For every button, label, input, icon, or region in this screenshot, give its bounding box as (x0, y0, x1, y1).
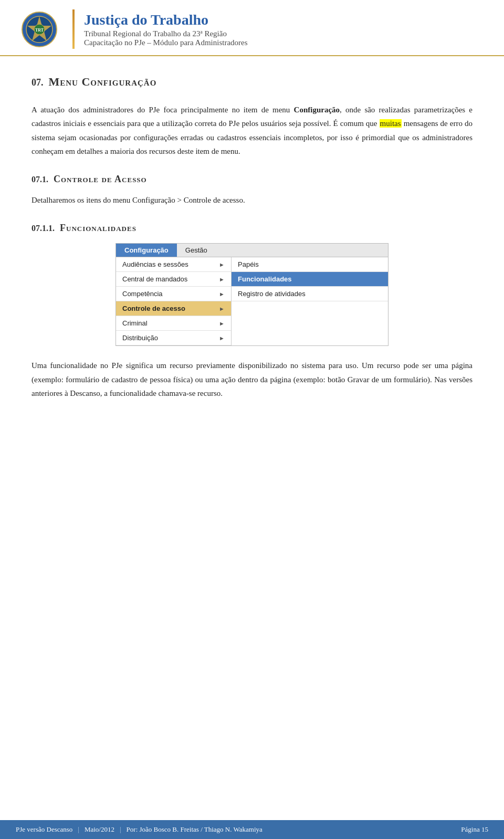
menu-item-controle[interactable]: Controle de acesso ► (116, 301, 231, 316)
footer-version: PJe versão Descanso (16, 825, 72, 834)
menu-item-competencia[interactable]: Competência ► (116, 287, 231, 301)
menu-item-label: Competência (122, 290, 163, 298)
svg-text:TRT: TRT (35, 28, 44, 33)
section-0711-title: Funcionalidades (60, 223, 136, 234)
menu-item-label: Central de mandados (122, 275, 187, 283)
section-071-heading: 07.1. Controle de Acesso (32, 174, 472, 185)
footer-left: PJe versão Descanso | Maio/2012 | Por: J… (16, 825, 262, 834)
section-07-title: Menu configuração (49, 75, 157, 89)
menu-screenshot: Configuração Gestão Audiências e sessões… (116, 243, 388, 346)
menu-right-funcionalidades[interactable]: Funcionalidades (232, 272, 388, 287)
menu-bar-gestao[interactable]: Gestão (177, 244, 216, 257)
page-header: TRT Justiça do Trabalho Tribunal Regiona… (0, 0, 504, 56)
menu-bar-configuracao[interactable]: Configuração (116, 244, 177, 257)
footer-author: Por: João Bosco B. Freitas / Thiago N. W… (127, 825, 262, 834)
header-subtitle2: Capacitação no PJe – Módulo para Adminis… (84, 38, 248, 47)
menu-item-label: Criminal (122, 319, 148, 327)
menu-left-panel: Audiências e sessões ► Central de mandad… (116, 257, 232, 345)
menu-item-distribuicao[interactable]: Distribuição ► (116, 331, 231, 345)
footer-date: Maio/2012 (85, 825, 114, 834)
section-07-number: 07. (32, 77, 44, 88)
arrow-icon: ► (219, 335, 225, 341)
menu-bar: Configuração Gestão (116, 244, 388, 257)
body-text-start: A atuação dos administradores do PJe foc… (32, 106, 294, 114)
arrow-icon: ► (219, 261, 225, 268)
body-bold-configuracao: Configuração (294, 106, 340, 114)
menu-item-central[interactable]: Central de mandados ► (116, 272, 231, 287)
header-title: Justiça do Trabalho (84, 12, 248, 28)
logo-icon: TRT (21, 11, 58, 48)
section-07-body: A atuação dos administradores do PJe foc… (32, 103, 472, 158)
section-071-body: Detalharemos os itens do menu Configuraç… (32, 193, 472, 207)
footer-page: Página 15 (461, 825, 488, 834)
menu-item-audiencias[interactable]: Audiências e sessões ► (116, 257, 231, 272)
section-0711-number: 07.1.1. (32, 224, 55, 233)
arrow-icon: ► (219, 306, 225, 312)
section-0711-body: Uma funcionalidade no PJe significa um r… (32, 359, 472, 400)
section-071-title: Controle de Acesso (54, 174, 147, 185)
main-content: 07. Menu configuração A atuação dos admi… (0, 56, 504, 452)
menu-content: Audiências e sessões ► Central de mandad… (116, 257, 388, 345)
menu-right-papeis[interactable]: Papéis (232, 257, 388, 272)
footer-sep2: | (120, 825, 121, 834)
header-subtitle1: Tribunal Regional do Trabalho da 23ª Reg… (84, 29, 248, 38)
menu-right-panel: Papéis Funcionalidades Registro de ativi… (232, 257, 388, 345)
footer-sep1: | (78, 825, 79, 834)
menu-right-registro[interactable]: Registro de atividades (232, 287, 388, 301)
section-071-number: 07.1. (32, 175, 48, 184)
arrow-icon: ► (219, 320, 225, 327)
section-07-heading: 07. Menu configuração (32, 72, 472, 91)
menu-item-label: Audiências e sessões (122, 260, 188, 268)
page-footer: PJe versão Descanso | Maio/2012 | Por: J… (0, 820, 504, 839)
section-0711-heading: 07.1.1. Funcionalidades (32, 223, 472, 234)
arrow-icon: ► (219, 291, 225, 297)
header-divider (72, 9, 75, 49)
menu-item-criminal[interactable]: Criminal ► (116, 316, 231, 331)
arrow-icon: ► (219, 276, 225, 282)
header-text-block: Justiça do Trabalho Tribunal Regional do… (84, 12, 248, 47)
menu-item-label: Controle de acesso (122, 305, 185, 312)
menu-item-label: Distribuição (122, 334, 158, 342)
highlight-muitas: muitas (380, 119, 402, 128)
